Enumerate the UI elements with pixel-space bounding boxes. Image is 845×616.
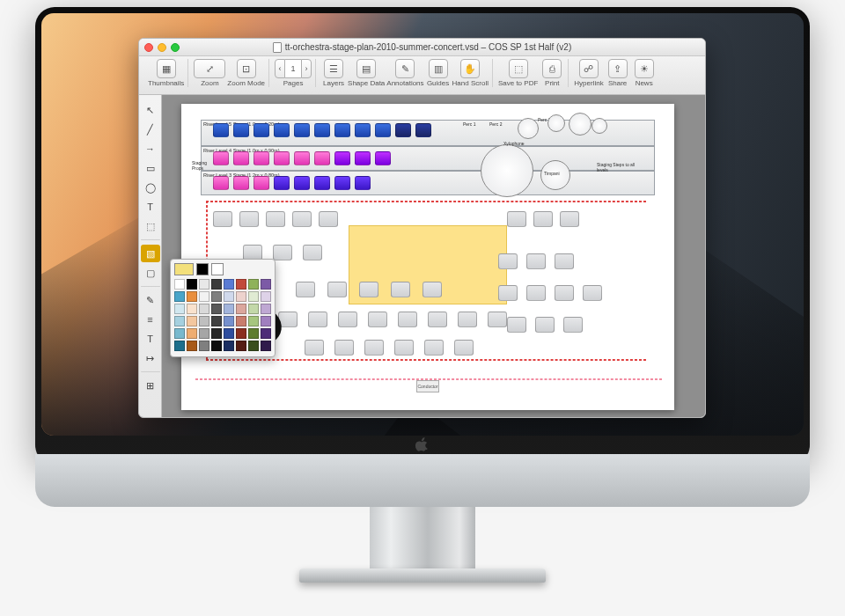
timpani-large[interactable] [481,144,533,197]
close-button[interactable] [144,43,153,52]
layers-button[interactable]: ☰ Layers [321,59,346,87]
color-swatch[interactable] [224,316,234,326]
color-swatch[interactable] [187,304,197,314]
color-swatch[interactable] [211,341,222,351]
tool-arrow-end[interactable]: ↦ [141,349,160,367]
tool-measure[interactable]: ⊞ [141,377,160,394]
row-pink[interactable] [213,151,391,165]
color-swatch[interactable] [211,304,222,314]
color-swatch[interactable] [248,316,259,326]
color-swatch[interactable] [187,316,197,326]
row-strings-5[interactable] [305,340,474,356]
color-swatch[interactable] [236,279,246,290]
color-swatch[interactable] [224,291,234,302]
color-swatch[interactable] [187,328,197,339]
pages-stepper[interactable]: ‹ 1 › Pages [275,59,312,87]
row-strings-3[interactable] [296,282,442,297]
xylophone-circle[interactable] [518,118,539,139]
share-button[interactable]: ⇪ Share [606,59,630,87]
row-strings-4r[interactable] [507,317,583,333]
tool-stroke[interactable]: ▢ [141,264,160,282]
tool-text-tool[interactable]: T [141,330,160,348]
row-strings-1r[interactable] [507,211,579,227]
save-pdf-button[interactable]: ⬚ Save to PDF [498,59,538,87]
color-swatch[interactable] [199,279,209,290]
color-swatch[interactable] [224,304,234,314]
color-swatch[interactable] [187,341,197,351]
next-page-button[interactable]: › [301,59,312,78]
color-swatch[interactable] [211,328,222,339]
guides-button[interactable]: ▥ Guides [426,59,451,87]
zoom-mode-button[interactable]: ⊡ Zoom Mode [227,59,265,87]
zoom-button[interactable] [171,43,180,52]
color-palette[interactable] [170,259,276,357]
perc-circle-2[interactable] [569,113,592,136]
row-strings-2r[interactable] [498,253,574,269]
color-swatch[interactable] [224,279,234,290]
tool-arrow[interactable]: → [141,140,160,158]
color-swatch[interactable] [174,304,185,314]
perc-circle-1[interactable] [547,114,565,132]
color-swatch[interactable] [236,291,246,302]
row-blue[interactable] [213,123,431,137]
color-swatch[interactable] [248,341,259,351]
canvas-area[interactable]: Riser Level 5 Stage (1.0m x 1.20m) Riser… [162,95,705,417]
tool-pointer[interactable]: ↖ [141,101,160,119]
color-swatch[interactable] [174,279,185,290]
tool-ellipse[interactable]: ◯ [141,179,160,196]
color-swatch[interactable] [224,328,234,339]
color-swatch[interactable] [211,291,222,302]
news-button[interactable]: ☀ News [632,59,657,87]
color-swatch[interactable] [199,341,209,351]
tool-fill[interactable]: ▧ [141,245,160,262]
recent-swatch[interactable] [174,263,194,275]
row-violet[interactable] [213,176,371,190]
row-strings-4[interactable] [278,312,507,327]
drawing-canvas[interactable]: Riser Level 5 Stage (1.0m x 1.20m) Riser… [181,104,674,410]
perc-circle-3[interactable] [592,118,607,134]
color-swatch[interactable] [248,279,259,290]
color-swatch[interactable] [248,291,259,302]
color-swatch[interactable] [187,291,197,302]
tool-callout[interactable]: ⬚ [141,217,160,235]
color-swatch[interactable] [211,316,222,326]
zoom-button-tb[interactable]: ⤢ Zoom [194,59,225,87]
color-swatch[interactable] [236,304,246,314]
tool-text[interactable]: T [141,198,160,216]
color-swatch[interactable] [261,328,271,339]
color-swatch[interactable] [236,328,246,339]
color-swatch[interactable] [174,316,185,326]
color-swatch[interactable] [236,316,246,326]
color-swatch[interactable] [199,316,209,326]
recent-swatch[interactable] [196,263,209,275]
hyperlink-button[interactable]: ☍ Hyperlink [574,59,603,87]
color-swatch[interactable] [261,291,271,302]
row-strings-3r[interactable] [498,285,602,301]
color-swatch[interactable] [236,341,246,351]
color-swatch[interactable] [199,291,209,302]
color-swatch[interactable] [224,341,234,351]
color-swatch[interactable] [174,328,185,339]
tool-line[interactable]: ╱ [141,121,160,138]
color-swatch[interactable] [211,279,222,290]
tool-line-weight[interactable]: ≡ [141,311,160,328]
color-swatch[interactable] [261,341,271,351]
prev-page-button[interactable]: ‹ [275,59,285,78]
color-swatch[interactable] [199,304,209,314]
color-swatch[interactable] [174,291,185,302]
color-swatch[interactable] [174,341,185,351]
row-strings-1[interactable] [213,211,338,227]
tool-rect[interactable]: ▭ [141,159,160,177]
recent-swatch[interactable] [211,263,224,275]
color-swatch[interactable] [248,328,259,339]
color-swatch[interactable] [261,279,271,290]
color-swatch[interactable] [261,316,271,326]
color-swatch[interactable] [248,304,259,314]
thumbnails-button[interactable]: ▦ Thumbnails [148,59,184,87]
minimize-button[interactable] [158,43,166,52]
color-swatch[interactable] [199,328,209,339]
print-button[interactable]: ⎙ Print [540,59,564,87]
color-swatch[interactable] [261,304,271,314]
annotations-button[interactable]: ✎ Annotations [386,59,423,87]
tool-pen[interactable]: ✎ [141,291,160,309]
